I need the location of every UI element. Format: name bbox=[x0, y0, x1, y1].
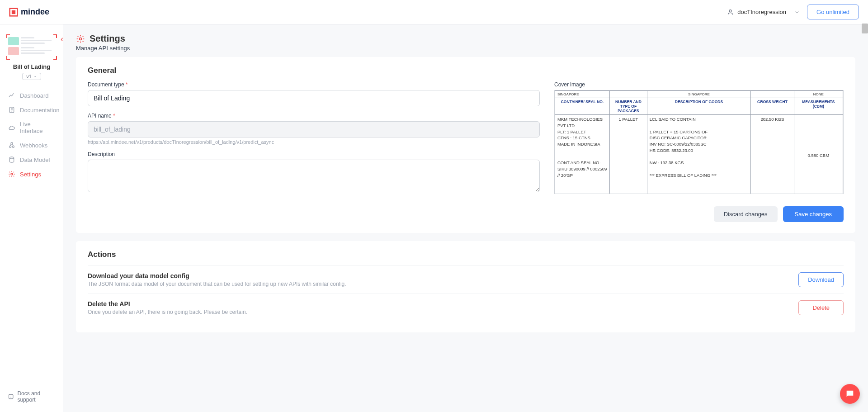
nav-label: Live Interface bbox=[20, 121, 55, 134]
nav-settings[interactable]: Settings bbox=[4, 167, 60, 181]
action-delete-row: Delete the API Once you delete an API, t… bbox=[88, 294, 844, 322]
nav-label: Documentation bbox=[20, 107, 59, 114]
version-selector[interactable]: v1 bbox=[22, 73, 41, 80]
delete-title: Delete the API bbox=[88, 300, 247, 308]
main-content: Settings Manage API settings General Doc… bbox=[63, 24, 868, 412]
chart-icon bbox=[8, 92, 15, 99]
cover-image[interactable]: SINGAPORESINGAPORENONE CONTAINER/ SEAL N… bbox=[554, 90, 844, 194]
description-textarea[interactable] bbox=[88, 160, 540, 192]
topbar: mindee docTInoregression Go unlimited bbox=[0, 0, 868, 24]
svg-point-4 bbox=[9, 146, 11, 147]
sidebar-nav: Dashboard Documentation Live Interface W… bbox=[0, 88, 63, 181]
nav-label: Webhooks bbox=[20, 142, 47, 149]
nav-dashboard[interactable]: Dashboard bbox=[4, 88, 60, 103]
chat-icon bbox=[845, 389, 855, 399]
action-download-row: Download your data model config The JSON… bbox=[88, 265, 844, 294]
page-title: Settings bbox=[90, 33, 125, 44]
gear-icon bbox=[76, 34, 85, 43]
scrollbar-thumb[interactable] bbox=[862, 24, 868, 33]
user-menu[interactable]: docTInoregression bbox=[727, 9, 800, 15]
docs-support-link[interactable]: Docs and support bbox=[0, 386, 63, 407]
delete-button[interactable]: Delete bbox=[798, 300, 844, 315]
svg-point-10 bbox=[80, 38, 82, 40]
bill-of-lading-preview: SINGAPORESINGAPORENONE CONTAINER/ SEAL N… bbox=[555, 90, 843, 194]
doc-preview: ‹ Bill of Lading v1 bbox=[0, 30, 63, 88]
download-title: Download your data model config bbox=[88, 272, 346, 279]
file-icon bbox=[8, 106, 15, 114]
svg-point-2 bbox=[729, 10, 731, 12]
cover-image-label: Cover image bbox=[554, 81, 844, 88]
brand-name: mindee bbox=[21, 7, 49, 17]
nav-documentation[interactable]: Documentation bbox=[4, 103, 60, 117]
user-name: docTInoregression bbox=[737, 9, 786, 15]
save-button[interactable]: Save changes bbox=[783, 206, 844, 222]
actions-heading: Actions bbox=[88, 250, 844, 259]
go-unlimited-button[interactable]: Go unlimited bbox=[807, 5, 859, 19]
page-subtitle: Manage API settings bbox=[76, 45, 855, 52]
discard-button[interactable]: Discard changes bbox=[714, 206, 778, 222]
delete-desc: Once you delete an API, there is no goin… bbox=[88, 309, 247, 315]
brand-logo[interactable]: mindee bbox=[9, 7, 49, 17]
svg-point-7 bbox=[9, 157, 14, 159]
docs-support-label: Docs and support bbox=[17, 390, 55, 403]
nav-live-interface[interactable]: Live Interface bbox=[4, 117, 60, 138]
chevron-down-icon bbox=[794, 9, 800, 15]
nav-label: Dashboard bbox=[20, 92, 49, 99]
doc-type-input[interactable] bbox=[88, 90, 540, 106]
nav-label: Data Model bbox=[20, 156, 50, 163]
description-label: Description bbox=[88, 151, 540, 157]
database-icon bbox=[8, 156, 15, 163]
logo-icon bbox=[9, 8, 18, 17]
collapse-sidebar-icon[interactable]: ‹ bbox=[61, 34, 63, 44]
doc-type-label: Document type * bbox=[88, 81, 540, 88]
api-name-input bbox=[88, 121, 540, 137]
nav-data-model[interactable]: Data Model bbox=[4, 152, 60, 167]
gear-icon bbox=[8, 170, 15, 178]
svg-point-5 bbox=[12, 146, 14, 147]
webhook-icon bbox=[8, 142, 15, 149]
page-heading: Settings bbox=[76, 33, 855, 44]
api-name-label: API name * bbox=[88, 113, 540, 119]
api-title: Bill of Lading bbox=[5, 63, 58, 70]
info-icon bbox=[8, 393, 14, 400]
api-url-helper: https://api.mindee.net/v1/products/docTI… bbox=[88, 139, 540, 145]
download-desc: The JSON format data model of your docum… bbox=[88, 281, 346, 287]
actions-card: Actions Download your data model config … bbox=[76, 241, 855, 332]
svg-point-8 bbox=[11, 173, 13, 175]
topbar-right: docTInoregression Go unlimited bbox=[727, 5, 859, 19]
sidebar: ‹ Bill of Lading v1 Dashboard Documentat… bbox=[0, 24, 63, 412]
svg-rect-1 bbox=[12, 10, 15, 14]
chevron-down-icon bbox=[33, 75, 37, 78]
general-heading: General bbox=[88, 66, 844, 75]
chat-widget[interactable] bbox=[840, 384, 860, 404]
nav-webhooks[interactable]: Webhooks bbox=[4, 138, 60, 152]
cloud-icon bbox=[8, 124, 15, 131]
nav-label: Settings bbox=[20, 171, 41, 178]
download-button[interactable]: Download bbox=[798, 272, 844, 287]
user-icon bbox=[727, 9, 734, 15]
general-card: General Document type * API name * https… bbox=[76, 57, 855, 233]
version-label: v1 bbox=[26, 74, 32, 79]
